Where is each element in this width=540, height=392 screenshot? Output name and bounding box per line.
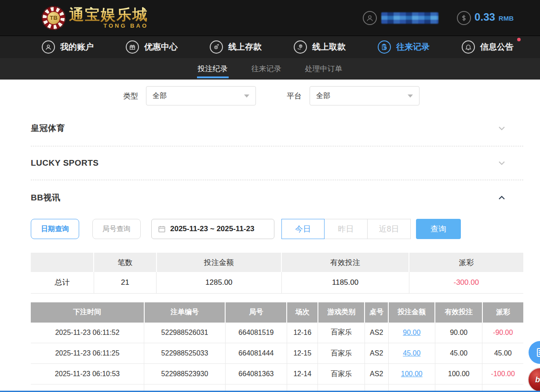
balance[interactable]: 0.33 RMB	[457, 11, 514, 25]
type-filter-value: 全部	[153, 91, 167, 101]
summary-count: 21	[94, 272, 156, 293]
nav-label: 优惠中心	[144, 41, 178, 53]
bet-records-table: 下注时间 注单编号 局号 场次 游戏类别 桌号 投注金额 有效投注 派彩 202…	[31, 302, 523, 392]
bet-time-cell: 2025-11-23 06:11:25	[31, 343, 144, 364]
col-header: 下注时间	[31, 302, 144, 323]
brand-subtitle: TONG BAO	[69, 23, 148, 29]
date-query-button[interactable]: 日期查询	[31, 219, 79, 239]
content: 类型 全部 平台 全部 皇冠体育 LUCKY SPORTS	[0, 80, 540, 392]
bell-icon	[462, 40, 475, 54]
table-header-row: 下注时间 注单编号 局号 场次 游戏类别 桌号 投注金额 有效投注 派彩	[31, 302, 523, 323]
order-id-cell: 522988526031	[144, 323, 226, 343]
nav-withdraw[interactable]: 线上取款	[294, 40, 346, 54]
main-nav: 我的账户 优惠中心 线上存款	[0, 36, 540, 58]
valid-bet-cell: 100.00	[435, 364, 482, 385]
summary-header: 有效投注	[281, 253, 409, 272]
platform-filter-label: 平台	[287, 91, 302, 101]
round-id-cell: 664081444	[225, 343, 287, 364]
bet-amount-link[interactable]: 90.00	[403, 329, 420, 336]
round-id-cell: 664081363	[225, 364, 287, 385]
col-header: 有效投注	[435, 302, 482, 323]
summary-header: 派彩	[409, 253, 523, 272]
tab-transaction-records[interactable]: 往来记录	[251, 58, 282, 80]
nav-my-account[interactable]: 我的账户	[42, 40, 94, 54]
nav-deposit[interactable]: 线上存款	[210, 40, 262, 54]
round-id-cell: 664081519	[225, 323, 287, 343]
tab-pending-orders[interactable]: 处理中订单	[304, 58, 343, 80]
chevron-down-icon	[498, 124, 506, 132]
table-no-cell: AS2	[365, 343, 388, 364]
section-title: BB视讯	[31, 192, 60, 203]
nav-promotions[interactable]: 优惠中心	[126, 40, 178, 54]
game-type-cell: 百家乐	[318, 323, 365, 343]
bet-amount-link[interactable]: 45.00	[403, 349, 420, 357]
nav-transaction-records[interactable]: 往来记录	[378, 40, 430, 54]
payout-cell: -90.00	[482, 323, 523, 343]
summary-header	[31, 253, 94, 272]
brand-title: 通宝娱乐城	[69, 7, 148, 22]
nav-label: 线上取款	[312, 41, 346, 53]
today-button[interactable]: 今日	[281, 219, 325, 239]
summary-total-label: 总计	[31, 272, 94, 293]
last-8-days-button[interactable]: 近8日	[368, 219, 411, 239]
valid-bet-cell: 90.00	[435, 323, 482, 343]
user-account[interactable]	[363, 11, 438, 25]
platform-filter-value: 全部	[316, 91, 330, 101]
session-cell: 12-15	[287, 343, 318, 364]
date-range-value: 2025-11-23 ~ 2025-11-23	[170, 225, 254, 233]
section-title: 皇冠体育	[31, 123, 65, 134]
bet-time-cell: 2025-11-23 06:10:53	[31, 364, 144, 385]
nav-label: 我的账户	[60, 41, 94, 53]
casino-chip-icon: TB	[42, 6, 66, 30]
type-filter-label: 类型	[123, 91, 138, 101]
section-title: LUCKY SPORTS	[31, 158, 99, 168]
account-icon	[42, 40, 55, 54]
bet-time-cell: 2025-11-23 06:11:52	[31, 323, 144, 343]
platform-filter-select[interactable]: 全部	[310, 86, 420, 105]
summary-header-row: 笔数 投注金额 有效投注 派彩	[31, 253, 523, 272]
nav-announcements[interactable]: 信息公告	[462, 40, 514, 54]
brand-logo[interactable]: TB 通宝娱乐城 TONG BAO	[42, 6, 148, 30]
table-row: 2025-11-23 06:10:53 522988523930 6640813…	[31, 364, 523, 385]
session-cell: 12-16	[287, 323, 318, 343]
username-blurred	[381, 12, 438, 24]
calendar-icon	[158, 225, 166, 233]
payout-cell: -100.00	[482, 364, 523, 385]
col-header: 游戏类别	[318, 302, 365, 323]
summary-valid-bet: 1185.00	[281, 272, 409, 293]
chevron-down-icon	[498, 159, 506, 167]
section-crown-sports[interactable]: 皇冠体育	[31, 111, 523, 146]
col-header: 派彩	[482, 302, 523, 323]
quick-date-group: 今日 昨日 近8日	[281, 219, 411, 239]
col-header: 局号	[225, 302, 287, 323]
search-button[interactable]: 查询	[416, 219, 461, 239]
bet-amount-link[interactable]: 100.00	[401, 370, 423, 377]
tab-bet-records[interactable]: 投注纪录	[197, 58, 229, 80]
order-id-cell: 522988525033	[144, 343, 226, 364]
order-id-cell: 522988523930	[144, 364, 226, 385]
nav-label: 往来记录	[396, 41, 430, 53]
table-row: 2025-11-23 06:11:52 522988526031 6640815…	[31, 323, 523, 343]
col-header: 投注金额	[388, 302, 435, 323]
col-header: 注单编号	[144, 302, 226, 323]
round-query-button[interactable]: 局号查询	[92, 219, 141, 239]
game-type-cell: 百家乐	[318, 364, 365, 385]
table-no-cell: AS2	[365, 364, 388, 385]
section-bb-video[interactable]: BB视讯	[31, 180, 523, 215]
payout-cell: 45.00	[482, 343, 523, 364]
nav-label: 线上存款	[228, 41, 262, 53]
type-filter-select[interactable]: 全部	[146, 86, 256, 105]
chip-label: TB	[47, 11, 61, 25]
sub-tabs: 投注纪录 往来记录 处理中订单	[0, 58, 540, 80]
summary-bet-amount: 1285.00	[157, 272, 281, 293]
dollar-icon	[457, 11, 471, 25]
notification-dot	[517, 38, 521, 41]
deposit-icon	[210, 40, 223, 54]
yesterday-button[interactable]: 昨日	[325, 219, 368, 239]
summary-header: 投注金额	[157, 253, 281, 272]
section-lucky-sports[interactable]: LUCKY SPORTS	[31, 146, 523, 180]
caret-down-icon	[408, 94, 413, 98]
nav-label: 信息公告	[480, 41, 514, 53]
date-range-picker[interactable]: 2025-11-23 ~ 2025-11-23	[151, 219, 274, 239]
session-cell: 12-14	[287, 364, 318, 385]
